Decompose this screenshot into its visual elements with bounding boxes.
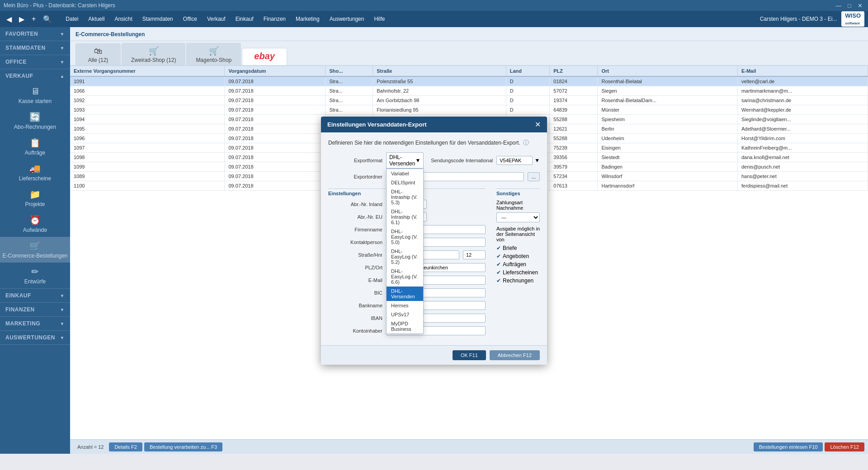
table-cell: Sieglinde@voigtlaen... <box>737 115 868 124</box>
checkmark-angeboten: ✔ <box>496 253 501 259</box>
details-button[interactable]: Details F2 <box>109 442 142 451</box>
einlesen-button[interactable]: Bestellungen einlesen F10 <box>754 442 823 451</box>
checkmark-auftraegen: ✔ <box>496 261 501 268</box>
sidebar-section-verkauf: VERKAUF ▲ 🖥 Kasse starten 🔄 Abo-Rechnung… <box>0 69 70 289</box>
info-icon[interactable]: ⓘ <box>523 139 529 147</box>
sidebar-header-office[interactable]: OFFICE ▼ <box>0 55 70 69</box>
sidebar-item-auftraege[interactable]: 📋 Aufträge <box>0 134 70 160</box>
menu-item-marketing[interactable]: Marketing <box>291 14 324 24</box>
tab-alle[interactable]: 🛍 Alle (12) <box>75 43 121 65</box>
table-cell: Wernhard@keppler.de <box>737 105 868 115</box>
table-cell: 1066 <box>70 86 225 96</box>
maximize-button[interactable]: □ <box>846 2 853 9</box>
dropdown-arrow-icon: ▼ <box>415 157 420 164</box>
sidebar-item-kasse[interactable]: 🖥 Kasse starten <box>0 83 70 108</box>
nav-forward-button[interactable]: ▶ <box>16 14 27 24</box>
dropdown-item-dhl-intraship-61[interactable]: DHL-Intraship (V. 6.1) <box>387 207 423 227</box>
hausnummer-input[interactable] <box>463 250 486 259</box>
firmenname-label: Firmenname <box>328 227 382 232</box>
tab-magento[interactable]: 🛒 Magento-Shop <box>186 43 241 65</box>
sidebar-header-finanzen[interactable]: FINANZEN ▼ <box>0 303 70 316</box>
title-bar: Mein Büro - Plus - Datenbank: Carsten Hi… <box>0 0 868 11</box>
nav-add-button[interactable]: + <box>29 14 38 24</box>
menu-item-office[interactable]: Office <box>179 14 202 24</box>
menu-item-aktuell[interactable]: Aktuell <box>84 14 109 24</box>
modal-close-button[interactable]: ✕ <box>535 120 541 129</box>
dropdown-item-mydpd[interactable]: MyDPD Business <box>387 319 423 334</box>
exportformat-trigger[interactable]: DHL-Versenden ▼ <box>386 152 424 169</box>
modal-title: Einstellungen Versanddaten-Export <box>327 121 427 128</box>
bottom-bar-left: Anzahl = 12 Details F2 Bestellung verarb… <box>74 442 222 451</box>
table-cell: 09.07.2018 <box>225 181 326 191</box>
exportordner-browse-button[interactable]: ... <box>528 172 540 181</box>
zahlungsart-section: Zahlungsart Nachnahme --- <box>496 200 540 222</box>
dropdown-item-delisprint[interactable]: DELISprint <box>387 178 423 187</box>
minimize-button[interactable]: — <box>834 2 843 9</box>
dropdown-item-dhl-versenden[interactable]: DHL-Versenden <box>387 287 423 301</box>
sidebar-header-einkauf[interactable]: EINKAUF ▼ <box>0 289 70 302</box>
menu-item-hilfe[interactable]: Hilfe <box>369 14 389 24</box>
menu-item-stammdaten[interactable]: Stammdaten <box>138 14 178 24</box>
table-cell: Am Gorbitzbach 98 <box>373 96 506 105</box>
dropdown-item-ups[interactable]: UPSv17 <box>387 310 423 319</box>
sidebar-header-verkauf[interactable]: VERKAUF ▲ <box>0 69 70 83</box>
email-label: E-Mail <box>328 277 382 283</box>
table-row[interactable]: 109209.07.2018Stra...Am Gorbitzbach 98D1… <box>70 96 868 105</box>
sidebar-item-aborechnungen[interactable]: 🔄 Abo-Rechnungen <box>0 108 70 134</box>
bearbeiten-button[interactable]: Bestellung verarbeiten zu... F3 <box>144 442 222 451</box>
sidebar-item-label: E-Commerce-Bestellungen <box>2 253 67 259</box>
chevron-down-icon: ▼ <box>60 293 65 298</box>
menu-item-auswertungen[interactable]: Auswertungen <box>325 14 369 24</box>
menu-item-finanzen[interactable]: Finanzen <box>259 14 290 24</box>
sendungscode-dropdown-arrow[interactable]: ▼ <box>534 157 540 164</box>
ort-input[interactable] <box>417 263 486 272</box>
dropdown-item-dhl-easylog-66[interactable]: DHL-EasyLog (V. 6.6) <box>387 267 423 287</box>
table-row[interactable]: 106609.07.2018Stra...Bahnhofstr. 22D5707… <box>70 86 868 96</box>
table-cell: Badingen <box>598 162 737 172</box>
bottom-bar-right: Bestellungen einlesen F10 Löschen F12 <box>754 442 864 451</box>
dropdown-item-dhl-easylog-50[interactable]: DHL-EasyLog (V. 5.0) <box>387 227 423 247</box>
sidebar-header-marketing[interactable]: MARKETING ▼ <box>0 317 70 330</box>
table-cell: 1089 <box>70 172 225 181</box>
dropdown-item-dhl-easylog-52[interactable]: DHL-EasyLog (V. 5.2) <box>387 247 423 267</box>
dropdown-item-dhl-intraship-53[interactable]: DHL-Intraship (V. 5.3) <box>387 187 423 207</box>
sidebar-item-projekte[interactable]: 📁 Projekte <box>0 185 70 211</box>
close-button[interactable]: ✕ <box>856 2 864 9</box>
ok-button[interactable]: OK F11 <box>453 350 486 360</box>
shop-tabs: 🛍 Alle (12) 🛒 Zweirad-Shop (12) 🛒 Magent… <box>70 41 868 66</box>
title-bar-controls: — □ ✕ <box>834 2 864 9</box>
menu-item-datei[interactable]: Datei <box>61 14 83 24</box>
zahlungsart-select[interactable]: --- <box>496 212 540 222</box>
table-cell: Spiesheim <box>598 115 737 124</box>
dropdown-item-variabel[interactable]: Variabel <box>387 169 423 178</box>
menu-item-einkauf[interactable]: Einkauf <box>231 14 258 24</box>
table-cell: 57234 <box>550 172 598 181</box>
menu-bar-left: ◀ ▶ + 🔍 Datei Aktuell Ansicht Stammdaten… <box>4 14 389 24</box>
nav-back-button[interactable]: ◀ <box>4 14 14 24</box>
sidebar-item-label: Entwürfe <box>24 278 46 285</box>
sidebar-section-marketing: MARKETING ▼ <box>0 317 70 331</box>
col-header-plz: PLZ <box>550 66 598 76</box>
table-row[interactable]: 109309.07.2018Stra...Florianisiedlung 95… <box>70 105 868 115</box>
aborechnungen-icon: 🔄 <box>29 112 41 122</box>
sidebar-item-aufwande[interactable]: ⏰ Aufwände <box>0 211 70 237</box>
sidebar-item-ecommerce[interactable]: 🛒 E-Commerce-Bestellungen <box>0 237 70 263</box>
sendungscode-input[interactable] <box>496 156 533 165</box>
sidebar-section-stammdaten: STAMMDATEN ▼ <box>0 41 70 55</box>
menu-item-verkauf[interactable]: Verkauf <box>203 14 230 24</box>
tab-ebay[interactable]: ebay <box>242 48 287 65</box>
sidebar-item-lieferscheine[interactable]: 🚚 Lieferscheine <box>0 160 70 185</box>
exportformat-dropdown[interactable]: DHL-Versenden ▼ Variabel DELISprint DHL-… <box>386 152 424 169</box>
tab-zweirad[interactable]: 🛒 Zweirad-Shop (12) <box>122 43 185 65</box>
sidebar-header-favoriten[interactable]: FAVORITEN ▼ <box>0 27 70 41</box>
loeschen-button[interactable]: Löschen F12 <box>825 442 864 451</box>
sidebar-header-auswertungen[interactable]: AUSWERTUNGEN ▼ <box>0 331 70 344</box>
nav-search-button[interactable]: 🔍 <box>40 14 55 24</box>
cancel-button[interactable]: Abbrechen F12 <box>490 350 540 360</box>
menu-item-ansicht[interactable]: Ansicht <box>110 14 137 24</box>
sidebar-item-entwerfe[interactable]: ✏ Entwürfe <box>0 263 70 288</box>
dropdown-item-hermes[interactable]: Hermes <box>387 301 423 310</box>
table-row[interactable]: 109109.07.2018Stra...Polenzstraße 55D018… <box>70 76 868 86</box>
sidebar-header-stammdaten[interactable]: STAMMDATEN ▼ <box>0 41 70 55</box>
table-cell: ferdispiess@mail.net <box>737 181 868 191</box>
